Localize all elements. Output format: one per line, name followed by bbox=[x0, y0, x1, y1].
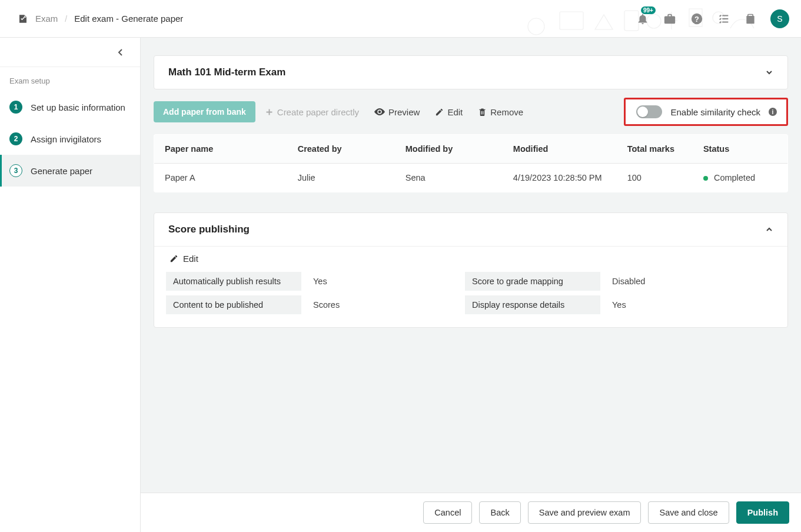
auto-publish-value: Yes bbox=[310, 277, 457, 286]
remove-button[interactable]: Remove bbox=[472, 102, 529, 122]
step-number: 3 bbox=[9, 164, 22, 177]
info-icon[interactable]: i bbox=[769, 108, 777, 116]
cell-modified: 4/19/2023 10:28:50 PM bbox=[503, 164, 617, 192]
breadcrumb-root[interactable]: Exam bbox=[35, 14, 58, 24]
similarity-check-highlight: Enable similarity check i bbox=[624, 98, 788, 126]
avatar[interactable]: S bbox=[770, 9, 789, 28]
svg-rect-1 bbox=[560, 12, 583, 29]
content-label: Content to be published bbox=[166, 295, 301, 314]
col-modified-by[interactable]: Modified by bbox=[395, 135, 503, 164]
chevron-down-icon bbox=[765, 68, 773, 77]
save-preview-button[interactable]: Save and preview exam bbox=[528, 501, 642, 524]
add-paper-from-bank-button[interactable]: Add paper from bank bbox=[154, 101, 255, 122]
cell-total-marks: 100 bbox=[617, 164, 693, 192]
score-panel-header[interactable]: Score publishing bbox=[154, 213, 787, 247]
col-status[interactable]: Status bbox=[693, 135, 788, 164]
col-total-marks[interactable]: Total marks bbox=[617, 135, 693, 164]
exam-title: Math 101 Mid-term Exam bbox=[168, 66, 285, 78]
exam-title-header[interactable]: Math 101 Mid-term Exam bbox=[154, 56, 787, 89]
step-label: Assign invigilators bbox=[31, 134, 101, 144]
score-publishing-panel: Score publishing Edit Automatically publ… bbox=[154, 212, 788, 328]
svg-text:?: ? bbox=[694, 14, 699, 23]
step-generate-paper[interactable]: 3 Generate paper bbox=[0, 155, 140, 187]
clipboard-icon[interactable] bbox=[745, 12, 756, 25]
similarity-toggle[interactable] bbox=[636, 105, 662, 118]
avatar-initial: S bbox=[777, 14, 782, 24]
cell-paper-name: Paper A bbox=[154, 164, 287, 192]
breadcrumb-current: Edit exam - Generate paper bbox=[74, 14, 183, 24]
resp-label: Display response details bbox=[465, 295, 600, 314]
back-button[interactable]: Back bbox=[479, 501, 520, 524]
publish-button[interactable]: Publish bbox=[736, 501, 789, 524]
notifications-icon[interactable]: 99+ bbox=[636, 12, 649, 25]
remove-label: Remove bbox=[490, 107, 523, 117]
similarity-label: Enable similarity check bbox=[670, 107, 760, 117]
topbar-actions: 99+ ? S bbox=[636, 9, 789, 28]
breadcrumb-separator: / bbox=[65, 14, 67, 24]
step-basic-info[interactable]: 1 Set up basic information bbox=[0, 91, 140, 123]
exam-icon bbox=[18, 14, 28, 24]
create-directly-label: Create paper directly bbox=[277, 107, 359, 117]
toolbox-icon[interactable] bbox=[663, 12, 676, 25]
table-row[interactable]: Paper A Julie Sena 4/19/2023 10:28:50 PM… bbox=[154, 164, 788, 192]
step-number: 1 bbox=[9, 101, 22, 114]
step-label: Generate paper bbox=[31, 166, 92, 176]
step-invigilators[interactable]: 2 Assign invigilators bbox=[0, 123, 140, 155]
grade-map-label: Score to grade mapping bbox=[465, 272, 600, 291]
table-header-row: Paper name Created by Modified by Modifi… bbox=[154, 135, 788, 164]
sidebar-title: Exam setup bbox=[0, 67, 140, 91]
content-value: Scores bbox=[310, 300, 457, 310]
breadcrumb: Exam / Edit exam - Generate paper bbox=[18, 14, 183, 24]
create-paper-directly-button: Create paper directly bbox=[259, 102, 365, 122]
svg-point-0 bbox=[528, 18, 544, 35]
score-settings-grid: Automatically publish results Yes Score … bbox=[166, 272, 776, 314]
edit-label: Edit bbox=[447, 107, 463, 117]
step-number: 2 bbox=[9, 132, 22, 145]
col-modified[interactable]: Modified bbox=[503, 135, 617, 164]
auto-publish-label: Automatically publish results bbox=[166, 272, 301, 291]
col-paper-name[interactable]: Paper name bbox=[154, 135, 287, 164]
grade-map-value: Disabled bbox=[609, 277, 726, 286]
resp-value: Yes bbox=[609, 300, 726, 310]
save-close-button[interactable]: Save and close bbox=[648, 501, 729, 524]
footer: Cancel Back Save and preview exam Save a… bbox=[141, 493, 801, 532]
preview-button[interactable]: Preview bbox=[368, 102, 426, 122]
sidebar-collapse[interactable] bbox=[0, 38, 140, 67]
cell-created-by: Julie bbox=[287, 164, 395, 192]
score-edit-button[interactable]: Edit bbox=[166, 249, 202, 272]
sidebar: Exam setup 1 Set up basic information 2 … bbox=[0, 38, 141, 532]
topbar: Exam / Edit exam - Generate paper 99+ ? … bbox=[0, 0, 801, 38]
help-icon[interactable]: ? bbox=[690, 12, 703, 25]
chevron-up-icon bbox=[765, 225, 773, 234]
cancel-button[interactable]: Cancel bbox=[423, 501, 472, 524]
score-edit-label: Edit bbox=[183, 254, 198, 264]
toolbar-left: Add paper from bank Create paper directl… bbox=[154, 101, 529, 122]
status-text: Completed bbox=[714, 173, 755, 182]
score-panel-title: Score publishing bbox=[168, 224, 250, 235]
exam-title-panel: Math 101 Mid-term Exam bbox=[154, 55, 788, 89]
layout: Exam setup 1 Set up basic information 2 … bbox=[0, 38, 801, 532]
papers-table: Paper name Created by Modified by Modifi… bbox=[154, 134, 788, 192]
cell-status: Completed bbox=[693, 164, 788, 192]
preview-label: Preview bbox=[388, 107, 420, 117]
status-dot-icon bbox=[703, 176, 708, 181]
col-created-by[interactable]: Created by bbox=[287, 135, 395, 164]
cell-modified-by: Sena bbox=[395, 164, 503, 192]
main-content: Math 101 Mid-term Exam Add paper from ba… bbox=[141, 38, 801, 532]
checklist-icon[interactable] bbox=[717, 12, 730, 25]
edit-button[interactable]: Edit bbox=[429, 102, 468, 122]
step-label: Set up basic information bbox=[31, 102, 125, 112]
notification-badge: 99+ bbox=[641, 6, 656, 14]
paper-toolbar: Add paper from bank Create paper directl… bbox=[154, 98, 788, 126]
score-panel-body: Edit Automatically publish results Yes S… bbox=[154, 247, 787, 327]
